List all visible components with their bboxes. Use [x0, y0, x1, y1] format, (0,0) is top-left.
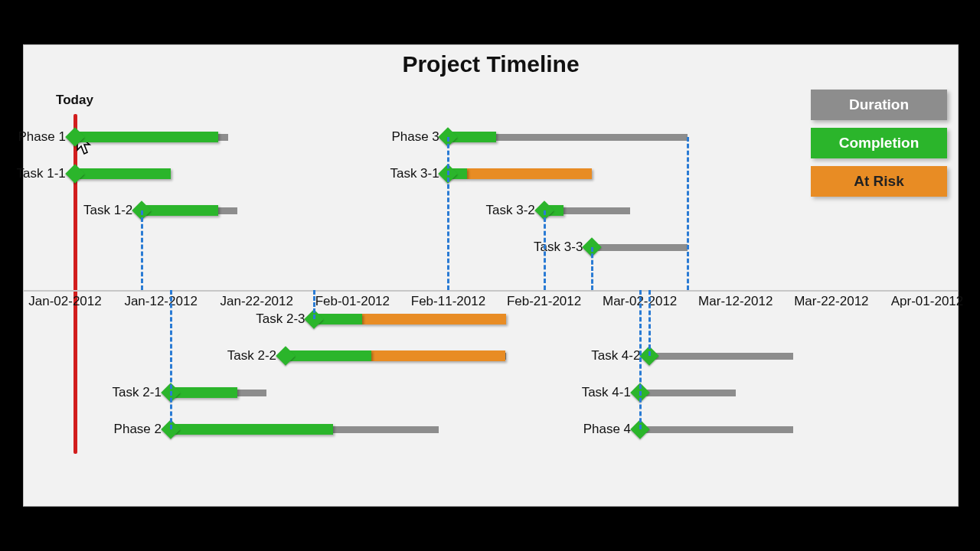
bar-completion: [75, 168, 171, 179]
task-label: Phase 3: [391, 129, 439, 145]
task-label: Phase 2: [114, 422, 162, 437]
x-tick-label: Mar-22-2012: [794, 294, 868, 309]
x-tick-label: Jan-02-2012: [28, 294, 101, 309]
connector-line: [170, 290, 172, 429]
legend-duration: Duration: [811, 90, 947, 120]
connector-line: [591, 247, 593, 290]
connector-line: [639, 290, 642, 429]
connector-line: [313, 290, 315, 319]
connector-line: [544, 210, 546, 290]
task-label: Task 4-2: [591, 348, 640, 364]
task-label: Task 4-1: [582, 385, 631, 400]
bar-completion: [142, 205, 218, 216]
milestone-diamond: [276, 346, 295, 365]
milestone-diamond: [65, 164, 84, 183]
task-label: Task 3-2: [486, 203, 535, 218]
chart-title: Project Timeline: [24, 51, 958, 77]
bar-completion: [75, 132, 219, 142]
x-tick-label: Jan-12-2012: [124, 294, 197, 309]
task-label: Task 1-2: [83, 203, 132, 218]
task-label: Phase 1: [18, 129, 66, 145]
legend-at-risk: At Risk: [811, 166, 947, 197]
task-label: Task 3-3: [534, 240, 583, 255]
connector-line: [141, 210, 143, 290]
legend-completion: Completion: [811, 128, 947, 158]
task-label: Task 1-1: [17, 166, 66, 181]
x-tick-label: Jan-22-2012: [220, 294, 292, 309]
connector-line: [687, 137, 689, 290]
x-tick-label: Feb-21-2012: [507, 294, 581, 309]
x-tick-label: Apr-01-2012: [891, 294, 964, 309]
x-tick-label: Mar-12-2012: [698, 294, 773, 309]
x-tick-label: Feb-11-2012: [411, 294, 485, 309]
bar-duration: [592, 244, 688, 251]
today-label: Today: [56, 93, 93, 108]
bar-duration: [649, 353, 793, 360]
x-axis: [24, 290, 958, 292]
connector-line: [648, 290, 651, 356]
bar-duration: [640, 426, 793, 433]
bar-at-risk: [467, 168, 592, 179]
task-label: Phase 4: [583, 422, 631, 437]
milestone-diamond: [65, 127, 84, 146]
chart-canvas: Project Timeline Duration Completion At …: [23, 44, 959, 507]
bar-completion: [171, 387, 238, 398]
task-label: Task 2-3: [256, 311, 305, 327]
bar-at-risk: [371, 350, 505, 361]
bar-completion: [286, 350, 372, 361]
task-label: Task 3-1: [390, 166, 439, 181]
connector-line: [447, 137, 449, 290]
bar-at-risk: [362, 314, 506, 324]
bar-completion: [171, 424, 334, 435]
task-label: Task 2-1: [113, 385, 162, 400]
task-label: Task 2-2: [227, 348, 276, 364]
bar-duration: [640, 390, 736, 396]
x-tick-label: Feb-01-2012: [315, 294, 390, 309]
